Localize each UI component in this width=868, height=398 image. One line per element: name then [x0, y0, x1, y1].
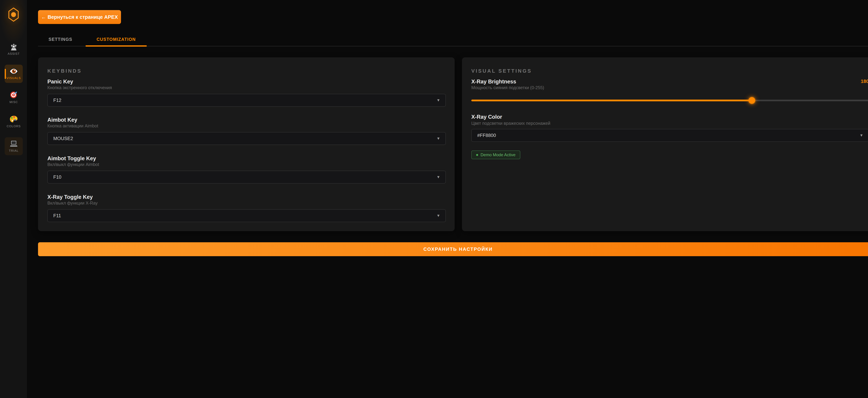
- aimbot-key-value: MOUSE2: [53, 136, 73, 141]
- xray-color-label: X-Ray Color: [471, 114, 502, 120]
- xray-toggle-key-description: Вкл/выкл функции X-Ray: [48, 201, 98, 206]
- sidebar-item-label: ASSIST: [8, 52, 20, 56]
- visual-settings-panel: VISUAL SETTINGS X-Ray Brightness 180 Мощ…: [462, 57, 868, 231]
- xray-brightness-slider[interactable]: [471, 97, 868, 104]
- laptop-icon: [9, 140, 18, 147]
- hexagon-logo-icon: [8, 20, 19, 22]
- keybinds-panel: KEYBINDS Panic Key Кнопка экстренного от…: [38, 57, 455, 231]
- chevron-down-icon: ▼: [436, 214, 440, 218]
- chevron-down-icon: ▼: [436, 98, 440, 103]
- sidebar-item-colors[interactable]: COLORS: [5, 113, 23, 130]
- chevron-down-icon: ▼: [436, 136, 440, 141]
- aimbot-toggle-key-select[interactable]: F10 ▼: [48, 171, 446, 183]
- sidebar-item-assist[interactable]: ASSIST: [5, 41, 23, 57]
- panic-key-label: Panic Key: [48, 79, 73, 85]
- slider-thumb[interactable]: [749, 97, 755, 104]
- xray-color-description: Цвет подсветки вражеских персонажей: [471, 121, 550, 126]
- demo-mode-badge: Demo Mode Active: [471, 150, 520, 159]
- chevron-down-icon: ▼: [860, 133, 863, 138]
- active-indicator-bar: [5, 69, 6, 79]
- sidebar-item-label: COLORS: [7, 124, 21, 128]
- aimbot-toggle-key-label: Aimbot Toggle Key: [48, 155, 96, 162]
- xray-brightness-value: 180: [861, 79, 868, 84]
- aimbot-key-description: Кнопка активации Aimbot: [48, 123, 98, 129]
- sidebar-item-trial[interactable]: TRIAL: [5, 137, 23, 155]
- sidebar: ASSIST VISUALS MISC: [0, 0, 27, 398]
- panic-key-description: Кнопка экстренного отключения: [48, 85, 112, 90]
- status-dot-icon: [476, 154, 478, 156]
- xray-brightness-description: Мощность сияния подсветки (0-255): [471, 85, 544, 90]
- active-tab-underline: [86, 45, 147, 47]
- back-to-apex-button[interactable]: ← Вернуться к странице APEX: [38, 10, 121, 24]
- palette-icon: [9, 115, 18, 123]
- sidebar-item-label: MISC: [9, 101, 18, 104]
- sidebar-item-visuals[interactable]: VISUALS: [5, 65, 23, 83]
- xray-brightness-label: X-Ray Brightness: [471, 79, 516, 85]
- tab-customization[interactable]: CUSTOMIZATION: [86, 34, 147, 45]
- save-settings-button[interactable]: СОХРАНИТЬ НАСТРОЙКИ: [38, 242, 868, 256]
- gear-icon: [10, 43, 18, 50]
- aimbot-toggle-key-description: Вкл/выкл функции Aimbot: [48, 162, 99, 167]
- sidebar-item-misc[interactable]: MISC: [5, 89, 23, 106]
- aimbot-toggle-key-value: F10: [53, 174, 61, 180]
- xray-color-select[interactable]: #FF8800 ▼: [471, 129, 868, 142]
- xray-color-value: #FF8800: [477, 133, 496, 138]
- sidebar-item-label: VISUALS: [7, 77, 21, 80]
- target-icon: [10, 91, 18, 99]
- tab-settings[interactable]: SETTINGS: [40, 34, 81, 45]
- aimbot-key-select[interactable]: MOUSE2 ▼: [48, 132, 446, 145]
- app-logo[interactable]: [8, 7, 19, 23]
- xray-toggle-key-value: F11: [53, 213, 61, 219]
- sidebar-item-label: TRIAL: [9, 149, 19, 152]
- chevron-down-icon: ▼: [436, 175, 440, 179]
- tabs-divider: [38, 46, 868, 47]
- eye-icon: [9, 68, 18, 75]
- keybinds-panel-title: KEYBINDS: [48, 68, 82, 74]
- panic-key-value: F12: [53, 98, 61, 103]
- visual-settings-panel-title: VISUAL SETTINGS: [471, 68, 532, 74]
- slider-fill: [471, 100, 752, 101]
- demo-mode-badge-label: Demo Mode Active: [480, 152, 516, 157]
- xray-toggle-key-select[interactable]: F11 ▼: [48, 209, 446, 222]
- xray-toggle-key-label: X-Ray Toggle Key: [48, 194, 93, 200]
- aimbot-key-label: Aimbot Key: [48, 117, 77, 123]
- panic-key-select[interactable]: F12 ▼: [48, 94, 446, 107]
